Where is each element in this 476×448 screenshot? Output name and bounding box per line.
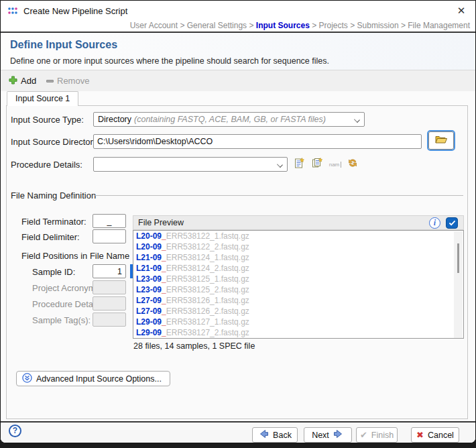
- procedure-details-label: Procedure Details:: [11, 160, 82, 170]
- input-source-type-label: Input Source Type:: [11, 115, 84, 125]
- new-document-icon: [294, 158, 304, 171]
- create-pipeline-dialog: Create New Pipeline Script ✕ User Accoun…: [0, 0, 476, 443]
- add-label: Add: [21, 76, 36, 86]
- sample-tags-input: [93, 313, 126, 327]
- file-preview-list[interactable]: L20-09_ERR538122_1.fastq.gzL20-09_ERR538…: [133, 230, 464, 339]
- file-preview-row[interactable]: L29-09_ERR538127_2.fastq.gz: [133, 327, 463, 338]
- field-delimiter-label: Field Delimiter:: [21, 232, 80, 242]
- add-source-button[interactable]: Add: [6, 74, 39, 88]
- advanced-options-label: Advanced Input Source Options...: [36, 374, 162, 384]
- refresh-icon: [347, 158, 358, 171]
- app-icon: [7, 5, 18, 16]
- breadcrumb-step: File Management: [408, 21, 470, 30]
- window-title: Create New Pipeline Script: [23, 6, 127, 16]
- directory-input[interactable]: [93, 134, 422, 149]
- double-chevron-down-icon: [22, 373, 32, 385]
- file-preview-scrollbar[interactable]: [454, 231, 463, 339]
- breadcrumb-step: Input Sources >: [256, 21, 319, 30]
- file-naming-section-title: File Naming Definition: [11, 190, 96, 201]
- back-label: Back: [273, 431, 292, 440]
- file-preview-row[interactable]: L29-09_ERR538127_1.fastq.gz: [133, 317, 463, 327]
- procedure-details-select[interactable]: [93, 157, 288, 172]
- input-source-directory-label: Input Source Directory:: [11, 137, 100, 147]
- file-preview-row[interactable]: L21-09_ERR538124_2.fastq.gz: [133, 263, 463, 274]
- close-icon[interactable]: ✕: [454, 4, 469, 17]
- field-terminator-input[interactable]: [93, 214, 126, 228]
- page-description: Define one or more input sources where t…: [10, 56, 329, 66]
- file-preview-checkbox[interactable]: [446, 217, 458, 229]
- cancel-button[interactable]: ✖ Cancel: [411, 427, 459, 443]
- arrow-left-icon: [258, 429, 269, 441]
- file-preview-row[interactable]: L27-09_ERR538126_2.fastq.gz: [133, 306, 463, 317]
- project-acronym-label: Project Acronym:: [32, 283, 98, 293]
- field-positions-title: Field Positions in File Name: [21, 251, 129, 261]
- next-label: Next: [312, 431, 329, 440]
- arrow-right-icon: [333, 429, 344, 441]
- file-preview-row[interactable]: L21-09_ERR538124_1.fastq.gz: [133, 252, 463, 263]
- browse-directory-button[interactable]: [428, 131, 454, 150]
- file-preview-row[interactable]: L20-09_ERR538122_2.fastq.gz: [133, 241, 463, 252]
- title-bar: Create New Pipeline Script ✕: [1, 1, 475, 21]
- type-hint: (containing FASTQ, ACE, BAM, GB, or FAST…: [134, 115, 326, 124]
- scrollbar-thumb[interactable]: [457, 243, 459, 273]
- breadcrumb-step: Projects >: [319, 21, 357, 30]
- footer-bar: ? Back Next ✔ Finish ✖ Cancel: [1, 423, 475, 443]
- minus-icon: [46, 80, 54, 82]
- file-preview-row[interactable]: L23-09_ERR538125_1.fastq.gz: [133, 274, 463, 284]
- sample-tags-label: Sample Tag(s):: [32, 315, 91, 325]
- breadcrumb-step: Submission >: [357, 21, 408, 30]
- source-toolbar: Add Remove: [1, 70, 475, 91]
- help-icon[interactable]: ?: [9, 425, 21, 437]
- sample-id-label: Sample ID:: [32, 267, 75, 277]
- plus-icon: [9, 76, 17, 87]
- remove-source-button[interactable]: Remove: [44, 74, 92, 88]
- file-preview-row[interactable]: L20-09_ERR538122_1.fastq.gz: [133, 231, 463, 241]
- tab-input-source-1[interactable]: Input Source 1: [7, 91, 78, 106]
- next-button[interactable]: Next: [304, 427, 352, 443]
- check-icon: ✔: [360, 430, 367, 440]
- finish-button: ✔ Finish: [356, 427, 398, 443]
- folder-icon: [434, 134, 448, 148]
- wizard-header: Define Input Sources Define one or more …: [1, 33, 475, 70]
- cancel-x-icon: ✖: [416, 430, 424, 440]
- cancel-label: Cancel: [428, 431, 454, 440]
- rename-procedure-button[interactable]: nam: [328, 157, 343, 172]
- procedure-details-position-input: [93, 296, 126, 311]
- page-title: Define Input Sources: [10, 39, 117, 51]
- breadcrumb: User Account > General Settings > Input …: [1, 21, 475, 32]
- advanced-options-button[interactable]: Advanced Input Source Options...: [16, 371, 170, 386]
- info-icon[interactable]: i: [429, 217, 440, 229]
- sample-id-input[interactable]: [93, 264, 126, 278]
- input-source-type-select[interactable]: Directory (containing FASTQ, ACE, BAM, G…: [93, 112, 365, 127]
- breadcrumb-step: General Settings >: [187, 21, 256, 30]
- copy-procedure-button[interactable]: [310, 157, 324, 172]
- finish-label: Finish: [371, 431, 394, 440]
- copy-document-icon: [312, 158, 322, 171]
- file-preview-row[interactable]: L23-09_ERR538125_2.fastq.gz: [133, 284, 463, 295]
- group-divider: [94, 195, 463, 196]
- chevron-down-icon: [277, 162, 283, 168]
- refresh-procedures-button[interactable]: [345, 157, 360, 172]
- file-preview-summary: 28 files, 14 samples, 1 SPEC file: [133, 341, 255, 351]
- project-acronym-input: [93, 280, 126, 294]
- chevron-down-icon: [354, 117, 360, 123]
- input-source-panel: Input Source Type: Directory (containing…: [6, 105, 468, 419]
- remove-label: Remove: [57, 76, 89, 86]
- field-terminator-label: Field Terminator:: [21, 217, 86, 227]
- type-selected-value: Directory: [98, 115, 131, 124]
- file-preview-title: File Preview: [138, 218, 184, 227]
- rename-icon: nam: [329, 162, 342, 168]
- file-preview-header: File Preview i: [133, 215, 464, 230]
- file-preview-row[interactable]: L27-09_ERR538126_1.fastq.gz: [133, 295, 463, 306]
- back-button[interactable]: Back: [252, 427, 298, 443]
- new-procedure-button[interactable]: [292, 157, 306, 172]
- breadcrumb-step: User Account >: [130, 21, 187, 30]
- field-delimiter-input[interactable]: [93, 229, 126, 243]
